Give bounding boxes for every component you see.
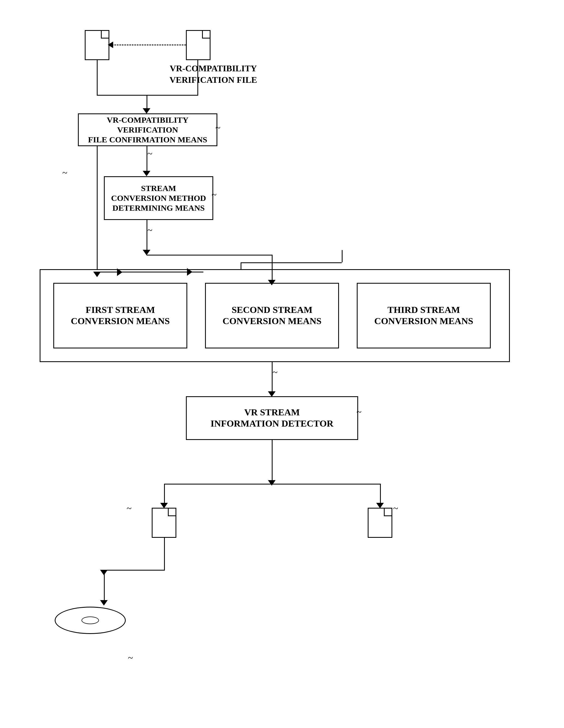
arrowhead-105 [143, 250, 150, 255]
line-to-vro [164, 484, 165, 506]
line-h-merge [97, 95, 198, 96]
line-105-h [146, 255, 272, 256]
line-103-h2 [97, 272, 119, 272]
line-vr-to-merge [197, 60, 198, 95]
line-vro-to-disc-h [104, 570, 164, 571]
line-to-ifo [380, 484, 381, 506]
arrowhead-vro [160, 503, 168, 508]
arrowhead-to-second [268, 280, 275, 285]
line-vro-to-disc-v [164, 538, 165, 571]
vr-stream-box: VR STREAMINFORMATION DETECTOR [186, 396, 358, 440]
arrowhead-ifo [376, 503, 384, 508]
line-to-second-stream [272, 255, 272, 283]
stream-unit-bracket-v [342, 250, 343, 262]
ifo-file-icon [368, 508, 392, 538]
line-split-h [164, 484, 380, 485]
second-stream-box: SECOND STREAMCONVERSION MEANS [205, 283, 339, 348]
arrowhead-103 [93, 272, 101, 277]
mpeg-file-icon [85, 30, 109, 60]
arrowhead-103-r [117, 268, 122, 276]
stream-unit-bracket-h [240, 262, 342, 263]
arrowhead-103-right [187, 268, 192, 276]
vr-compat-file-label: VR-COMPATIBILITYVERIFICATION FILE [169, 63, 257, 86]
line-from-vr-stream [272, 440, 272, 484]
stream-method-box: STREAMCONVERSION METHODDETERMINING MEANS [104, 176, 213, 220]
vro-file-icon [152, 508, 176, 538]
line-103-v [97, 146, 98, 272]
dashed-arrow-line [109, 45, 186, 45]
arrowhead-104 [143, 171, 150, 176]
optical-disc [55, 607, 126, 634]
arrowhead-disc [100, 600, 108, 606]
arrowhead-from-vr [268, 480, 275, 486]
line-to-disc-v2 [104, 571, 105, 603]
vr-confirm-box: VR-COMPATIBILITY VERIFICATIONFILE CONFIR… [78, 113, 217, 146]
line-mpeg-to-merge [97, 60, 98, 95]
vr-compat-file-icon [186, 30, 210, 60]
arrowhead-106 [268, 391, 275, 397]
arrowhead-to-vr-box [143, 108, 150, 114]
first-stream-box: FIRST STREAMCONVERSION MEANS [53, 283, 187, 348]
third-stream-box: THIRD STREAMCONVERSION MEANS [357, 283, 491, 348]
